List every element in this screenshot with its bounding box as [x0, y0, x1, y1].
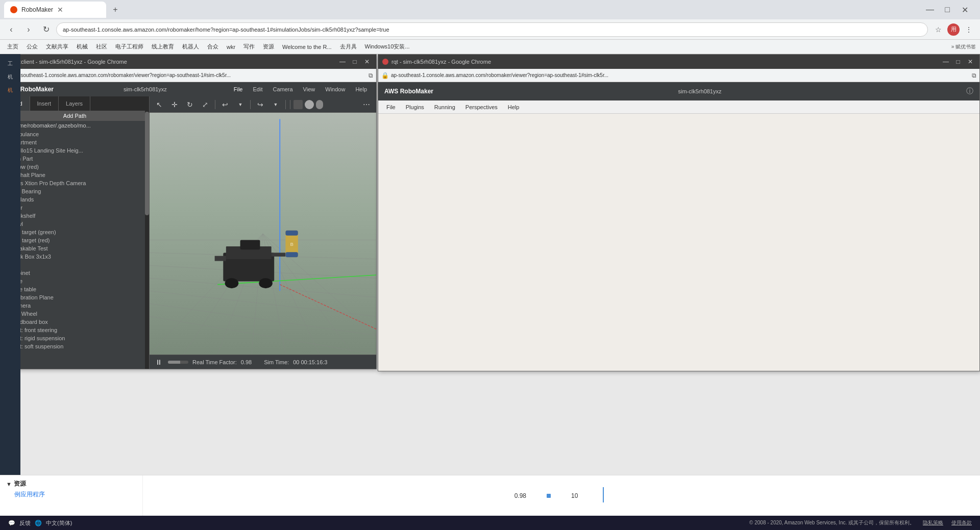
gz-tree[interactable]: ▼ /home/robomaker/.gazebo/mo... Ambulanc… — [1, 121, 149, 369]
feedback-label[interactable]: 反馈 — [19, 519, 31, 527]
tree-item-box-red[interactable]: Box target (red) — [1, 236, 144, 244]
tree-item-ball-bearing[interactable]: Ball Bearing — [1, 187, 144, 195]
gzclient-close-button[interactable]: ✕ — [362, 57, 372, 67]
bookmark-quyue[interactable]: 去月具 — [337, 42, 360, 52]
gz-menu-window[interactable]: Window — [320, 84, 350, 94]
tree-item-cardboard-box[interactable]: Cardboard box — [1, 318, 144, 326]
bookmark-wenxian[interactable]: 文献共享 — [43, 42, 71, 52]
bookmarks-more[interactable]: » 赋优书签 — [951, 43, 976, 51]
tree-scrollbar-thumb[interactable] — [145, 112, 149, 215]
rqt-copy-icon[interactable]: ⧉ — [972, 72, 976, 79]
cursor-tool-button[interactable]: ↖ — [153, 98, 166, 111]
gz-menu-help[interactable]: Help — [350, 84, 372, 94]
tab-insert[interactable]: Insert — [30, 96, 59, 111]
menu-button[interactable]: ⋮ — [962, 22, 976, 37]
tree-item-brick-box[interactable]: Brick Box 3x1x3 — [1, 253, 144, 261]
undo-button[interactable]: ↩ — [218, 98, 232, 111]
info-icon[interactable]: ⓘ — [966, 87, 973, 96]
bookmark-dianzi[interactable]: 电子工程师 — [112, 42, 146, 52]
rotate-tool-button[interactable]: ↻ — [183, 98, 197, 111]
gzclient-minimize-button[interactable]: — — [337, 57, 348, 67]
tree-item-cabinet[interactable]: Cabinet — [1, 269, 144, 277]
bookmark-button[interactable]: ☆ — [931, 22, 945, 37]
slider-indicator[interactable] — [547, 494, 551, 498]
bookmark-jiqiren[interactable]: 机器人 — [179, 42, 202, 52]
language-label[interactable]: 中文(简体) — [46, 519, 72, 527]
sidebar-item-1[interactable]: 工 — [6, 58, 15, 69]
tree-item-baylands[interactable]: Baylands — [1, 195, 144, 204]
bookmark-xianshang[interactable]: 线上教育 — [149, 42, 177, 52]
bookmark-ziyuan[interactable]: 资源 — [260, 42, 277, 52]
user-avatar[interactable]: 用 — [947, 23, 960, 36]
bookmark-gongzhong[interactable]: 公众 — [23, 42, 41, 52]
tree-item-apartment[interactable]: Apartment — [1, 138, 144, 146]
tree-item-ambulance[interactable]: Ambulance — [1, 130, 144, 138]
bookmark-xiezuo[interactable]: 写作 — [240, 42, 258, 52]
rqt-menu-running[interactable]: Running — [430, 103, 459, 111]
tree-item-asphalt[interactable]: Asphalt Plane — [1, 171, 144, 179]
back-button[interactable]: ‹ — [4, 22, 18, 37]
tree-item-asus-xtion[interactable]: Asus Xtion Pro Depth Camera — [1, 179, 144, 187]
rqt-menu-help[interactable]: Help — [504, 103, 524, 111]
bookmark-shequ[interactable]: 社区 — [93, 42, 110, 52]
tree-item-bowl[interactable]: Bowl — [1, 220, 144, 228]
undo-dropdown-button[interactable]: ▼ — [234, 98, 247, 111]
gz-menu-camera[interactable]: Camera — [267, 84, 298, 94]
terms-link[interactable]: 使用条款 — [951, 519, 972, 526]
tree-item-beer[interactable]: Beer — [1, 204, 144, 212]
pause-button[interactable]: ⏸ — [154, 357, 164, 367]
sidebar-item-2[interactable]: 机 — [6, 71, 15, 83]
address-bar[interactable]: ap-southeast-1.console.aws.amazon.com/ro… — [56, 22, 928, 37]
rqt-menu-file[interactable]: File — [382, 103, 400, 111]
move-tool-button[interactable]: ✛ — [168, 98, 181, 111]
tree-item-apollo15[interactable]: Apollo15 Landing Site Heig... — [1, 146, 144, 155]
bookmark-welcome[interactable]: Welcome to the R... — [279, 43, 334, 51]
gzclient-maximize-button[interactable]: □ — [350, 57, 360, 67]
tree-item-arm-part[interactable]: Arm Part — [1, 155, 144, 163]
rqt-menu-perspectives[interactable]: Perspectives — [461, 103, 502, 111]
browser-tab[interactable]: RoboMaker ✕ — [4, 2, 106, 18]
privacy-link[interactable]: 隐私策略 — [923, 519, 943, 526]
gz-menu-view[interactable]: View — [298, 84, 321, 94]
tab-layers[interactable]: Layers — [59, 96, 90, 111]
bookmark-wkr[interactable]: wkr — [224, 43, 238, 51]
tree-item-car-wheel[interactable]: Car Wheel — [1, 310, 144, 318]
sphere-shape-button[interactable] — [305, 100, 314, 109]
rqt-menu-plugins[interactable]: Plugins — [402, 103, 428, 111]
rqt-maximize-button[interactable]: □ — [953, 57, 963, 67]
tree-folder-gazebo[interactable]: ▼ /home/robomaker/.gazebo/mo... — [1, 121, 144, 130]
bookmark-windows10[interactable]: Windows10安装... — [362, 42, 413, 52]
tree-item-bus[interactable]: Bus — [1, 261, 144, 269]
tree-item-cafe[interactable]: Cafe — [1, 277, 144, 285]
tree-item-camera[interactable]: Camera — [1, 301, 144, 310]
reload-button[interactable]: ↻ — [39, 22, 53, 37]
forward-button[interactable]: › — [21, 22, 36, 37]
gz-menu-file[interactable]: File — [229, 84, 248, 94]
example-apps-link[interactable]: 例应用程序 — [14, 491, 45, 498]
tab-close-button[interactable]: ✕ — [57, 6, 63, 14]
tree-item-arrow-red[interactable]: Arrow (red) — [1, 163, 144, 171]
gz-menu-edit[interactable]: Edit — [248, 84, 268, 94]
bookmark-zhuye[interactable]: 主页 — [4, 42, 21, 52]
tree-item-cart-front[interactable]: Cart: front steering — [1, 326, 144, 334]
rqt-minimize-button[interactable]: — — [941, 57, 951, 67]
bookmark-hexing[interactable]: 合众 — [204, 42, 222, 52]
close-browser-button[interactable]: ✕ — [958, 3, 972, 17]
tree-item-calibration-plane[interactable]: Calibration Plane — [1, 293, 144, 301]
tree-item-cart-soft[interactable]: Cart: soft suspension — [1, 342, 144, 350]
minimize-browser-button[interactable]: — — [923, 3, 937, 17]
bookmark-jixie[interactable]: 机械 — [74, 42, 91, 52]
add-path-button[interactable]: Add Path — [1, 111, 149, 121]
redo-dropdown-button[interactable]: ▼ — [269, 98, 282, 111]
tree-scrollbar[interactable] — [145, 111, 149, 369]
tree-item-bookshelf[interactable]: Bookshelf — [1, 212, 144, 220]
box-shape-button[interactable] — [293, 100, 303, 109]
settings-button[interactable]: ⋯ — [360, 98, 373, 111]
maximize-browser-button[interactable]: □ — [940, 3, 954, 17]
tree-item-box-green[interactable]: Box target (green) — [1, 228, 144, 236]
copy-icon[interactable]: ⧉ — [369, 72, 373, 79]
tree-item-cart-rigid[interactable]: Cart: rigid suspension — [1, 334, 144, 342]
rqt-close-button[interactable]: ✕ — [965, 57, 975, 67]
3d-viewport[interactable]: B — [150, 113, 376, 355]
scale-tool-button[interactable]: ⤢ — [199, 98, 212, 111]
